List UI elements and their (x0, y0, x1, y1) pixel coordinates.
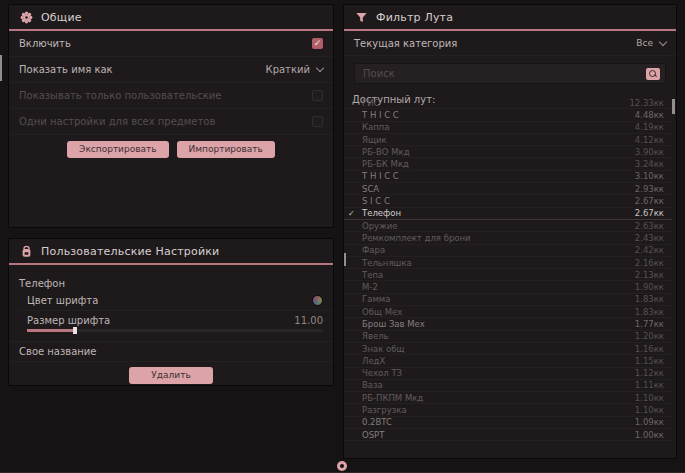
show-custom-only-label: Показывать только пользовательские (19, 90, 221, 101)
loot-item-value: 1.09кк (635, 417, 664, 427)
loot-list-row[interactable]: ✓ Т Н I С С 4.48кк (344, 109, 672, 121)
loot-item-name: Тельняшка (362, 258, 412, 268)
category-select[interactable]: Все (636, 38, 666, 48)
custom-name-label: Свое название (19, 346, 97, 357)
loot-item-name: РБ-ВО Мкд (362, 147, 410, 157)
loot-list-left-scroll-indicator[interactable] (344, 253, 346, 266)
loot-list-row[interactable]: ✓ Каппа 4.19кк (344, 122, 672, 134)
loot-list: ✓ ГИС 12.33кк ✓ Т Н I С С 4.48кк ✓ Каппа… (344, 97, 672, 450)
panel-loot-filter: Фильтр Лута Текущая категория Все Поиск … (343, 4, 677, 459)
loot-list-row[interactable]: ✓ РБ-ВО Мкд 3.90кк (344, 146, 672, 158)
loot-list-row[interactable]: ✓ Ящик 4.12кк (344, 134, 672, 146)
category-label: Текущая категория (354, 38, 457, 49)
loot-item-name: ЛедХ (362, 356, 385, 366)
loot-item-name: Общ Мех (362, 307, 402, 317)
loot-item-name: РБ-БК Мкд (362, 159, 409, 169)
panel-general: Общие Включить ✓ Показать имя как Кратки… (8, 4, 334, 228)
loot-item-name: Т Н I С С (362, 110, 399, 120)
loot-item-value: 2.13кк (635, 270, 664, 280)
loot-item-name: Ящик (362, 135, 387, 145)
loot-list-row[interactable]: ✓ ГИС 12.33кк (344, 97, 672, 109)
loot-list-row[interactable]: ✓ Явель 1.20кк (344, 331, 672, 343)
loot-list-row[interactable]: ✓ Тепа 2.13кк (344, 269, 672, 281)
panel-general-title: Общие (41, 11, 82, 24)
loot-list-row[interactable]: ✓ Общ Мех 1.83кк (344, 306, 672, 318)
loot-list-scrollbar-thumb[interactable] (672, 99, 675, 114)
loot-item-value: 3.10кк (635, 171, 664, 181)
name-display-select[interactable]: Краткий (266, 64, 323, 75)
loot-item-name: Телефон (362, 208, 401, 218)
loot-list-row[interactable]: ✓ Чехол ТЗ 1.12кк (344, 368, 672, 380)
name-display-value: Краткий (266, 64, 310, 75)
custom-name-row[interactable]: Свое название (9, 341, 333, 362)
panel-custom-settings: Пользовательские Настройки Телефон Цвет … (8, 238, 334, 386)
loot-list-row[interactable]: ✓ Тельняшка 2.16кк (344, 257, 672, 269)
window-scrollbar-thumb[interactable] (0, 55, 2, 81)
loot-item-value: 2.42кк (635, 245, 664, 255)
enable-checkbox[interactable]: ✓ (312, 38, 323, 49)
loot-item-value: 1.10кк (635, 393, 664, 403)
setting-row-name-display: Показать имя как Краткий (9, 57, 333, 83)
import-button[interactable]: Импортировать (177, 141, 275, 158)
font-size-label: Размер шрифта (27, 315, 110, 326)
same-settings-label: Одни настройки для всех предметов (19, 116, 215, 127)
loot-item-value: 1.77кк (635, 319, 664, 329)
loot-item-value: 2.93кк (635, 184, 664, 194)
loot-list-row[interactable]: ✓ РБ-БК Мкд 3.24кк (344, 158, 672, 170)
search-input[interactable]: Поиск (354, 63, 666, 84)
panel-general-header: Общие (9, 5, 333, 31)
show-custom-only-checkbox[interactable] (312, 90, 323, 101)
loot-item-value: 1.16кк (635, 344, 664, 354)
loot-item-name: 0.2BTC (362, 417, 392, 427)
loot-item-name: Брош Зав Мех (362, 319, 425, 329)
font-color-row: Цвет шрифта (17, 291, 333, 311)
font-size-slider[interactable] (9, 329, 333, 337)
loot-item-name: Ремкомплект для брони (362, 233, 471, 243)
loot-item-value: 1.00кк (635, 430, 664, 440)
loot-list-row[interactable]: ✓ Ремкомплект для брони 2.43кк (344, 232, 672, 244)
loot-list-row[interactable]: ✓ РБ-ПКПМ Мкд 1.10кк (344, 392, 672, 404)
color-wheel-icon[interactable] (312, 295, 323, 306)
setting-row-same-settings: Одни настройки для всех предметов (9, 109, 333, 135)
search-icon[interactable] (646, 68, 660, 80)
loot-list-row[interactable]: ✓ Брош Зав Мех 1.77кк (344, 318, 672, 330)
window-handle-icon[interactable] (337, 461, 347, 471)
loot-list-row[interactable]: ✓ SCA 2.93кк (344, 183, 672, 195)
loot-list-row[interactable]: ✓ OSPT 1.00кк (344, 429, 672, 441)
loot-item-name: Разгрузка (362, 405, 407, 415)
panel-loot-filter-title: Фильтр Лута (376, 11, 453, 24)
loot-item-value: 1.83кк (635, 294, 664, 304)
loot-list-row[interactable]: ✓ Гамма 1.83кк (344, 294, 672, 306)
panel-loot-filter-header: Фильтр Лута (344, 5, 676, 31)
loot-item-name: Т Н I С С (362, 171, 399, 181)
custom-settings-buttons: Удалить (9, 362, 333, 390)
panel-custom-settings-header: Пользовательские Настройки (9, 239, 333, 265)
loot-item-name: Явель (362, 331, 389, 341)
loot-item-name: OSPT (362, 430, 384, 440)
export-button[interactable]: Экспортировать (67, 141, 168, 158)
loot-list-row[interactable]: ✓ Оружие 2.63кк (344, 220, 672, 232)
loot-list-row[interactable]: ✓ Знак общ 1.16кк (344, 343, 672, 355)
same-settings-checkbox[interactable] (312, 116, 323, 127)
category-value: Все (636, 38, 653, 48)
loot-item-value: 2.67кк (635, 208, 664, 218)
loot-list-row[interactable]: ✓ Телефон 2.67кк (344, 208, 672, 220)
loot-list-row[interactable]: ✓ Ваза 1.11кк (344, 380, 672, 392)
loot-list-row[interactable]: ✓ Фара 2.42кк (344, 245, 672, 257)
gear-icon (19, 10, 33, 24)
mod-settings-window: Общие Включить ✓ Показать имя как Кратки… (0, 0, 685, 473)
loot-item-name: S I C C (362, 196, 390, 206)
loot-list-row[interactable]: ✓ ЛедХ 1.15кк (344, 355, 672, 367)
loot-list-row[interactable]: ✓ Т Н I С С 3.10кк (344, 171, 672, 183)
loot-item-value: 1.83кк (635, 307, 664, 317)
loot-list-row[interactable]: ✓ S I C C 2.67кк (344, 195, 672, 207)
funnel-icon (354, 10, 368, 24)
slider-handle[interactable] (73, 327, 77, 334)
panel-custom-settings-title: Пользовательские Настройки (41, 245, 219, 258)
loot-item-value: 1.10кк (635, 405, 664, 415)
loot-list-row[interactable]: ✓ М-2 1.90кк (344, 281, 672, 293)
loot-list-row[interactable]: ✓ Разгрузка 1.10кк (344, 404, 672, 416)
delete-button[interactable]: Удалить (129, 367, 212, 384)
loot-list-row[interactable]: ✓ 0.2BTC 1.09кк (344, 417, 672, 429)
slider-fill (27, 329, 75, 332)
